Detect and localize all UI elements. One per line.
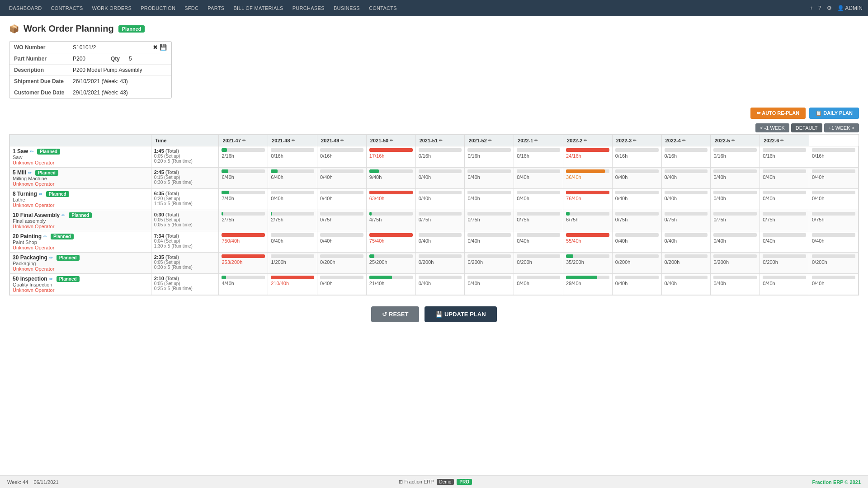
week-cell-12: 0/40h xyxy=(809,168,859,189)
week-cell-5: 0/40h xyxy=(465,168,514,189)
table-row: 50 Inspection ✏ Planned Quality Inspecti… xyxy=(10,274,859,295)
nav-workorders[interactable]: WORK ORDERS xyxy=(89,2,136,14)
status-badge: Planned xyxy=(118,25,145,33)
progress-bar-wrap xyxy=(517,212,560,216)
progress-bar-wrap xyxy=(615,191,659,194)
progress-bar xyxy=(369,191,413,194)
progress-bar-wrap xyxy=(517,148,560,152)
nav-sfdc[interactable]: SFDC xyxy=(181,2,202,14)
week-cell-12: 0/16h xyxy=(809,146,859,168)
progress-bar-wrap xyxy=(320,212,363,216)
table-row: 1 Saw ✏ Planned Saw Unknown Operator 1:4… xyxy=(10,146,859,168)
week-value: 0/16h xyxy=(320,153,363,159)
progress-bar xyxy=(271,276,314,279)
week-nav: < -1 WEEK DEFAULT +1 WEEK > xyxy=(9,123,859,132)
progress-bar-wrap xyxy=(665,276,708,279)
auto-replan-button[interactable]: ✏ AUTO RE-PLAN xyxy=(750,108,806,119)
time-cell: 0:30 (Total) 0:05 (Set up) 0:05 x 5 (Run… xyxy=(151,210,219,231)
progress-bar-wrap xyxy=(467,191,511,194)
progress-bar-wrap xyxy=(369,233,413,237)
op-name: 5 Mill xyxy=(13,169,26,176)
default-week-button[interactable]: DEFAULT xyxy=(791,123,822,132)
week-cell-5: 0/200h xyxy=(465,253,514,274)
pro-badge: PRO xyxy=(457,479,472,485)
progress-bar-wrap xyxy=(271,169,314,173)
week-value: 0/16h xyxy=(467,153,511,159)
week-value: 0/16h xyxy=(271,153,314,159)
week-value: 9/40h xyxy=(369,174,413,180)
progress-bar-wrap xyxy=(713,169,757,173)
time-run: 0:30 x 5 (Run time) xyxy=(154,265,216,270)
nav-business[interactable]: BUSINESS xyxy=(330,2,363,14)
time-total: 2:10 (Total) xyxy=(154,276,216,281)
op-edit-icon[interactable]: ✏ xyxy=(49,277,53,282)
week-cell-3: 21/40h xyxy=(366,274,415,295)
settings-icon[interactable]: ⚙ xyxy=(827,5,832,11)
week-value: 36/40h xyxy=(566,174,609,180)
op-edit-icon[interactable]: ✏ xyxy=(28,170,32,175)
time-total: 1:45 (Total) xyxy=(154,148,216,154)
progress-bar-wrap xyxy=(615,254,659,258)
week-value: 0/40h xyxy=(320,238,363,244)
op-machine: Packaging xyxy=(13,261,148,266)
time-run: 1:15 x 5 (Run time) xyxy=(154,201,216,206)
op-operator[interactable]: Unknown Operator xyxy=(13,181,148,187)
op-cell: 1 Saw ✏ Planned Saw Unknown Operator xyxy=(10,146,151,168)
progress-bar xyxy=(222,191,229,194)
week-cell-2: 0/75h xyxy=(317,210,367,231)
nav-contracts[interactable]: CONTRACTS xyxy=(47,2,86,14)
op-operator[interactable]: Unknown Operator xyxy=(13,160,148,165)
op-operator[interactable]: Unknown Operator xyxy=(13,266,148,272)
part-number-value: P200 xyxy=(73,56,111,62)
op-name: 30 Packaging xyxy=(13,254,47,261)
progress-bar-wrap xyxy=(419,148,462,152)
week-cell-2: 0/40h xyxy=(317,189,367,210)
progress-bar xyxy=(222,276,226,279)
nav-production[interactable]: PRODUCTION xyxy=(137,2,179,14)
week-value: 0/75h xyxy=(320,217,363,222)
progress-bar-wrap xyxy=(763,276,806,279)
progress-bar-wrap xyxy=(665,233,708,237)
progress-bar-wrap xyxy=(369,254,413,258)
week-cell-2: 0/40h xyxy=(317,168,367,189)
nav-contacts[interactable]: CONTACTS xyxy=(365,2,401,14)
daily-plan-button[interactable]: 📋 DAILY PLAN xyxy=(809,108,859,119)
week-cell-2: 0/200h xyxy=(317,253,367,274)
time-setup: 0:05 (Set up) xyxy=(154,281,216,286)
op-cell: 10 Final Assembly ✏ Planned Final assemb… xyxy=(10,210,151,231)
op-edit-icon[interactable]: ✏ xyxy=(49,255,53,260)
add-icon[interactable]: + xyxy=(810,5,813,11)
week-value: 253/200h xyxy=(222,259,265,265)
op-operator[interactable]: Unknown Operator xyxy=(13,245,148,250)
op-edit-icon[interactable]: ✏ xyxy=(43,234,47,239)
time-setup: 0:05 (Set up) xyxy=(154,217,216,222)
reset-button[interactable]: ↺ RESET xyxy=(371,306,419,322)
nav-purchases[interactable]: PURCHASES xyxy=(289,2,328,14)
op-edit-icon[interactable]: ✏ xyxy=(30,149,33,154)
progress-bar-wrap xyxy=(566,276,609,279)
clear-icon[interactable]: ✖ xyxy=(153,44,158,51)
nav-parts[interactable]: PARTS xyxy=(204,2,228,14)
op-operator[interactable]: Unknown Operator xyxy=(13,287,148,293)
user-menu[interactable]: 👤 ADMIN xyxy=(837,5,863,11)
progress-bar-wrap xyxy=(271,148,314,152)
progress-bar-wrap xyxy=(369,212,413,216)
next-week-button[interactable]: +1 WEEK > xyxy=(824,123,859,132)
update-plan-button[interactable]: 💾 UPDATE PLAN xyxy=(425,306,496,322)
th-week-2022-2: 2022-2✏ xyxy=(563,135,613,146)
week-value: 0/75h xyxy=(763,217,806,222)
op-operator[interactable]: Unknown Operator xyxy=(13,224,148,229)
op-operator[interactable]: Unknown Operator xyxy=(13,202,148,208)
nav-dashboard[interactable]: DASHBOARD xyxy=(5,2,45,14)
week-cell-8: 0/75h xyxy=(612,210,661,231)
progress-bar-wrap xyxy=(419,169,462,173)
op-edit-icon[interactable]: ✏ xyxy=(61,213,65,218)
op-status-badge: Planned xyxy=(37,149,60,155)
save-icon[interactable]: 💾 xyxy=(160,44,167,51)
nav-bom[interactable]: BILL OF MATERIALS xyxy=(230,2,287,14)
time-total: 2:45 (Total) xyxy=(154,169,216,175)
prev-week-button[interactable]: < -1 WEEK xyxy=(755,123,789,132)
op-edit-icon[interactable]: ✏ xyxy=(39,192,42,197)
help-icon[interactable]: ? xyxy=(818,5,821,11)
progress-bar xyxy=(566,148,609,152)
